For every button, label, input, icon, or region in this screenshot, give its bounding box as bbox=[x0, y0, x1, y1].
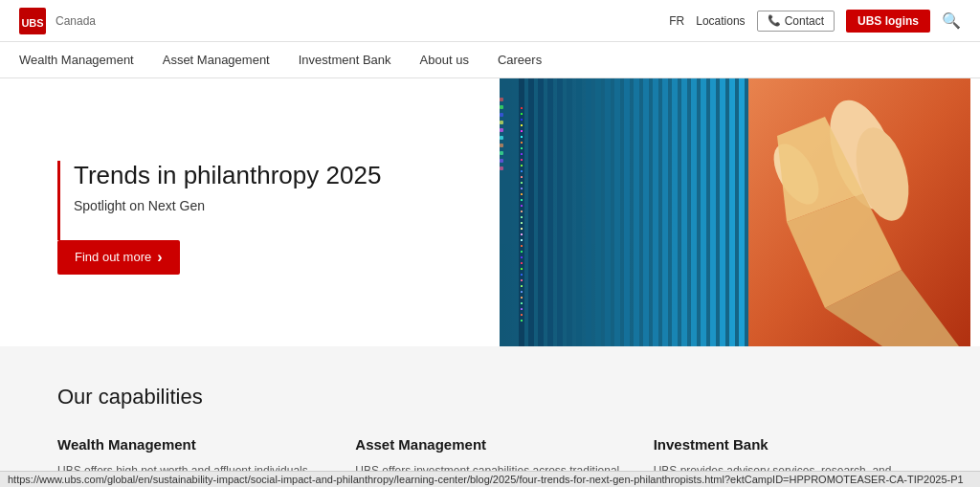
svg-rect-56 bbox=[521, 210, 523, 212]
svg-rect-45 bbox=[521, 147, 523, 149]
svg-rect-73 bbox=[521, 308, 523, 310]
locations-link[interactable]: Locations bbox=[696, 14, 745, 28]
svg-rect-16 bbox=[538, 78, 544, 346]
nav-item-investment-bank[interactable]: Investment Bank bbox=[299, 45, 391, 75]
capabilities-title: Our capabilities bbox=[57, 385, 923, 410]
svg-rect-39 bbox=[521, 113, 523, 115]
svg-rect-13 bbox=[500, 166, 503, 170]
hero-image bbox=[490, 78, 980, 346]
svg-text:UBS: UBS bbox=[21, 17, 43, 29]
svg-rect-11 bbox=[500, 151, 503, 155]
hero-subtitle: Spotlight on Next Gen bbox=[74, 198, 452, 213]
svg-rect-51 bbox=[521, 182, 523, 184]
svg-rect-19 bbox=[567, 78, 572, 346]
svg-rect-29 bbox=[662, 78, 668, 346]
svg-rect-10 bbox=[500, 144, 503, 147]
hero-cta-button[interactable]: Find out more › bbox=[57, 240, 180, 275]
capabilities-section: Our capabilities Wealth Management UBS o… bbox=[0, 346, 980, 487]
contact-button[interactable]: 📞 Contact bbox=[757, 11, 835, 32]
svg-rect-35 bbox=[720, 78, 725, 346]
svg-rect-59 bbox=[521, 228, 523, 230]
ubs-logo[interactable]: UBS bbox=[19, 8, 46, 34]
svg-rect-43 bbox=[521, 136, 523, 138]
svg-rect-28 bbox=[653, 78, 658, 346]
svg-rect-32 bbox=[691, 78, 697, 346]
svg-rect-34 bbox=[710, 78, 716, 346]
svg-rect-65 bbox=[521, 262, 523, 264]
svg-rect-6 bbox=[500, 113, 503, 117]
svg-rect-7 bbox=[500, 121, 503, 124]
hero-text-block: Trends in philanthropy 2025 Spotlight on… bbox=[57, 161, 452, 240]
svg-rect-53 bbox=[521, 193, 523, 195]
contact-label: Contact bbox=[785, 14, 824, 28]
svg-rect-52 bbox=[521, 188, 523, 189]
svg-rect-47 bbox=[521, 159, 523, 161]
nav-item-about-us[interactable]: About us bbox=[420, 45, 469, 75]
nav-items: Wealth Management Asset Management Inves… bbox=[19, 45, 542, 75]
ubs-logo-icon: UBS bbox=[19, 8, 46, 34]
hero-content: Trends in philanthropy 2025 Spotlight on… bbox=[0, 78, 490, 346]
svg-rect-9 bbox=[500, 136, 503, 140]
svg-rect-58 bbox=[521, 222, 523, 224]
svg-rect-4 bbox=[500, 98, 503, 101]
svg-rect-36 bbox=[729, 78, 735, 346]
svg-rect-17 bbox=[547, 78, 553, 346]
svg-rect-44 bbox=[521, 142, 523, 144]
svg-rect-62 bbox=[521, 245, 523, 247]
svg-rect-40 bbox=[521, 119, 523, 121]
lang-link[interactable]: FR bbox=[669, 14, 684, 28]
svg-rect-55 bbox=[521, 205, 523, 207]
svg-rect-68 bbox=[521, 279, 523, 281]
svg-rect-69 bbox=[521, 285, 523, 287]
header-right: FR Locations 📞 Contact UBS logins 🔍 bbox=[669, 10, 961, 33]
search-icon[interactable]: 🔍 bbox=[942, 11, 961, 30]
capability-investment-title: Investment Bank bbox=[654, 436, 923, 453]
phone-icon: 📞 bbox=[768, 14, 781, 27]
svg-rect-46 bbox=[521, 153, 523, 155]
svg-rect-49 bbox=[521, 170, 523, 172]
svg-rect-63 bbox=[521, 251, 523, 253]
hero-title: Trends in philanthropy 2025 bbox=[74, 161, 452, 190]
svg-rect-61 bbox=[521, 239, 523, 241]
status-bar: https://www.ubs.com/global/en/sustainabi… bbox=[0, 471, 980, 487]
svg-rect-12 bbox=[500, 159, 503, 163]
hero-cta-label: Find out more bbox=[75, 250, 151, 264]
site-header: UBS Canada FR Locations 📞 Contact UBS lo… bbox=[0, 0, 980, 42]
svg-rect-66 bbox=[521, 268, 523, 270]
svg-rect-24 bbox=[614, 78, 620, 346]
svg-rect-5 bbox=[500, 105, 503, 109]
svg-rect-38 bbox=[521, 107, 523, 109]
svg-rect-75 bbox=[521, 320, 523, 321]
nav-item-asset-management[interactable]: Asset Management bbox=[163, 45, 270, 75]
svg-rect-25 bbox=[624, 78, 630, 346]
login-button[interactable]: UBS logins bbox=[846, 10, 930, 33]
nav-item-careers[interactable]: Careers bbox=[498, 45, 542, 75]
svg-rect-33 bbox=[701, 78, 706, 346]
main-nav: Wealth Management Asset Management Inves… bbox=[0, 42, 980, 78]
svg-rect-57 bbox=[521, 216, 523, 218]
svg-rect-50 bbox=[521, 176, 523, 178]
svg-rect-41 bbox=[521, 124, 523, 126]
hero-cta-chevron: › bbox=[157, 249, 162, 266]
svg-rect-18 bbox=[557, 78, 563, 346]
nav-item-wealth-management[interactable]: Wealth Management bbox=[19, 45, 134, 75]
svg-rect-23 bbox=[605, 78, 611, 346]
svg-rect-31 bbox=[681, 78, 687, 346]
svg-rect-15 bbox=[528, 78, 534, 346]
svg-rect-70 bbox=[521, 291, 523, 293]
country-label: Canada bbox=[56, 14, 96, 28]
svg-rect-27 bbox=[643, 78, 649, 346]
svg-rect-72 bbox=[521, 302, 523, 304]
svg-rect-64 bbox=[521, 256, 523, 258]
svg-rect-30 bbox=[672, 78, 678, 346]
svg-rect-74 bbox=[521, 314, 523, 316]
svg-rect-42 bbox=[521, 130, 523, 132]
svg-rect-67 bbox=[521, 274, 523, 276]
svg-rect-37 bbox=[739, 78, 745, 346]
svg-rect-54 bbox=[521, 199, 523, 201]
svg-rect-60 bbox=[521, 233, 523, 235]
status-url: https://www.ubs.com/global/en/sustainabi… bbox=[8, 474, 964, 485]
svg-rect-20 bbox=[576, 78, 582, 346]
capability-wealth-title: Wealth Management bbox=[57, 436, 326, 453]
svg-rect-8 bbox=[500, 128, 503, 132]
